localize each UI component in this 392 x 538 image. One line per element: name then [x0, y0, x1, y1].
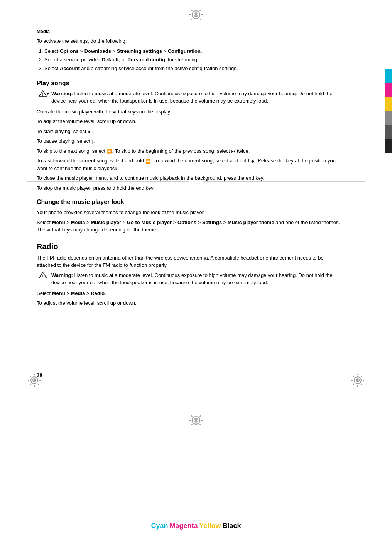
- page-wrapper: Media To activate the settings, do the f…: [0, 0, 392, 538]
- gear-very-bottom-icon: [188, 413, 204, 428]
- section-label: Media: [37, 29, 342, 34]
- svg-line-23: [30, 376, 31, 377]
- svg-line-9: [191, 19, 193, 20]
- svg-text:!: !: [42, 92, 44, 96]
- svg-point-10: [195, 13, 197, 16]
- intro-text: To activate the settings, do the followi…: [37, 37, 342, 45]
- radio-volume: To adjust the volume level, scroll up or…: [37, 299, 342, 307]
- svg-line-34: [353, 376, 354, 377]
- line-mid-right: [203, 181, 365, 182]
- line-top-left: [27, 14, 189, 14]
- play-icon: ►: [88, 128, 92, 135]
- svg-line-36: [361, 376, 362, 377]
- svg-point-49: [195, 419, 197, 422]
- cmyk-magenta: Magenta: [169, 522, 198, 530]
- warning-text-2: Warning: Listen to music at a moderate l…: [51, 272, 342, 287]
- side-tab-gray1: [385, 111, 392, 125]
- play-inst-7: To close the music player menu, and to c…: [37, 174, 342, 182]
- warning-block-1: ! Warning: Listen to music at a moderate…: [37, 90, 342, 105]
- change-instruction: Select Menu > Media > Music player > Go …: [37, 219, 342, 234]
- svg-point-27: [34, 379, 35, 381]
- play-inst-6: To fast-forward the current song, select…: [37, 157, 342, 172]
- play-inst-1: Operate the music player with the virtua…: [37, 108, 342, 116]
- step-3: Select Account and a streaming service a…: [44, 65, 342, 73]
- gear-top-icon: [188, 7, 204, 22]
- radio-intro: The FM radio depends on an antenna other…: [37, 254, 342, 269]
- side-tabs-right: [385, 69, 392, 153]
- svg-line-46: [200, 424, 201, 425]
- cmyk-bar: Cyan Magenta Yellow Black: [0, 517, 392, 538]
- svg-line-26: [30, 384, 31, 385]
- warning-block-2: ! Warning: Listen to music at a moderate…: [37, 272, 342, 287]
- pause-icon: ∥: [91, 138, 94, 145]
- svg-line-47: [200, 416, 201, 417]
- play-songs-heading: Play songs: [37, 80, 342, 87]
- radio-heading: Radio: [37, 242, 342, 251]
- main-content: Media To activate the settings, do the f…: [37, 29, 342, 376]
- svg-text:!: !: [42, 274, 44, 278]
- step-2: Select a service provider, Default, or P…: [44, 56, 342, 64]
- step-1: Select Options > Downloads > Streaming s…: [44, 47, 342, 56]
- svg-line-8: [200, 10, 201, 11]
- side-tab-yellow: [385, 97, 392, 111]
- change-heading: Change the music player look: [37, 199, 342, 206]
- warning-text-1: Warning: Listen to music at a moderate l…: [51, 90, 342, 105]
- svg-marker-13: [47, 93, 49, 95]
- side-tab-cyan: [385, 69, 392, 83]
- line-mid-left: [27, 181, 189, 182]
- svg-line-35: [361, 384, 362, 385]
- cmyk-black: Black: [223, 522, 241, 530]
- svg-line-25: [38, 376, 39, 377]
- cmyk-cyan: Cyan: [151, 522, 168, 530]
- warning-icon-1: !: [37, 90, 49, 100]
- svg-point-38: [357, 379, 359, 381]
- skip-prev-icon: ⏮: [231, 148, 235, 155]
- play-inst-5: To skip to the next song, select ⏩. To s…: [37, 147, 342, 155]
- gear-bottom-left-icon: [27, 373, 42, 388]
- side-tab-black: [385, 139, 392, 153]
- side-tab-magenta: [385, 83, 392, 97]
- numbered-steps: Select Options > Downloads > Streaming s…: [44, 47, 342, 73]
- line-top-right: [203, 14, 365, 14]
- line-bottom-left: [27, 383, 189, 383]
- side-tab-gray2: [385, 125, 392, 139]
- play-inst-2: To adjust the volume level, scroll up or…: [37, 118, 342, 125]
- gear-bottom-right-icon: [350, 373, 365, 388]
- skip-next-icon: ⏩: [106, 148, 112, 155]
- line-bottom-right: [203, 383, 365, 383]
- ff-icon: ⏩: [145, 158, 151, 165]
- rew-icon: ⏮: [250, 158, 255, 165]
- play-inst-4: To pause playing, select ∥.: [37, 137, 342, 145]
- change-intro: Your phone provides several themes to ch…: [37, 209, 342, 216]
- warning-icon-2: !: [37, 272, 49, 281]
- svg-line-24: [38, 384, 39, 385]
- svg-line-7: [200, 19, 201, 20]
- play-inst-3: To start playing, select ►.: [37, 128, 342, 135]
- svg-line-37: [353, 384, 354, 385]
- cmyk-yellow: Yellow: [199, 522, 221, 530]
- svg-line-48: [191, 424, 193, 425]
- svg-line-6: [191, 10, 193, 11]
- svg-line-45: [191, 416, 193, 417]
- play-inst-8: To stop the music player, press and hold…: [37, 184, 342, 192]
- radio-select: Select Menu > Media > Radio.: [37, 290, 342, 297]
